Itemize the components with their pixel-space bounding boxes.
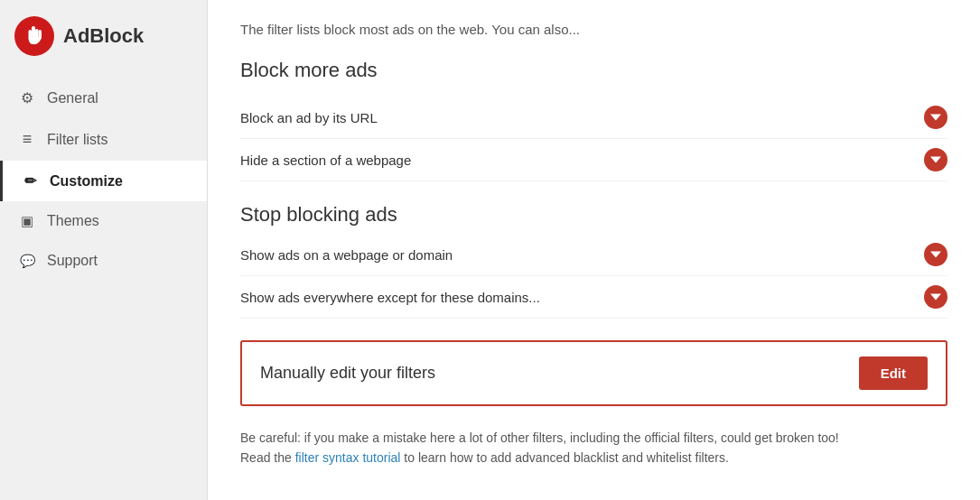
show-ads-except-row[interactable]: Show ads everywhere except for these dom… (240, 276, 947, 319)
block-url-chevron[interactable] (924, 106, 947, 129)
footer-suffix: to learn how to add advanced blacklist a… (400, 450, 728, 465)
sidebar-item-general-label: General (47, 90, 98, 106)
show-ads-domain-chevron[interactable] (924, 243, 947, 266)
edit-filters-box: Manually edit your filters Edit (240, 340, 947, 406)
list-icon: ≡ (18, 130, 36, 149)
filter-syntax-link[interactable]: filter syntax tutorial (295, 450, 401, 465)
chevron-down-icon (930, 292, 941, 302)
svg-rect-2 (35, 29, 39, 38)
sidebar-nav: ⚙ General ≡ Filter lists ✏ Customize ▣ T… (0, 78, 207, 281)
show-ads-except-chevron[interactable] (924, 285, 947, 309)
intro-text: The filter lists block most ads on the w… (240, 22, 947, 37)
chevron-down-icon (930, 154, 941, 165)
block-url-label: Block an ad by its URL (240, 110, 378, 125)
logo-area: AdBlock (0, 0, 207, 70)
svg-rect-1 (32, 26, 35, 38)
chevron-down-icon (930, 112, 941, 123)
stop-blocking-ads-title: Stop blocking ads (240, 203, 947, 227)
footer-text: Be careful: if you make a mistake here a… (240, 428, 947, 468)
main-content: The filter lists block most ads on the w… (208, 0, 980, 500)
pencil-icon: ✏ (21, 172, 39, 190)
sidebar-item-support-label: Support (47, 253, 98, 269)
sidebar-item-customize[interactable]: ✏ Customize (0, 161, 207, 201)
hide-section-chevron[interactable] (924, 148, 947, 171)
sidebar-item-filter-lists[interactable]: ≡ Filter lists (0, 118, 207, 161)
adblock-logo-icon (14, 16, 54, 56)
show-ads-domain-label: Show ads on a webpage or domain (240, 247, 453, 263)
edit-button[interactable]: Edit (859, 356, 928, 390)
footer-line2: Read the filter syntax tutorial to learn… (240, 448, 947, 468)
chevron-down-icon (930, 249, 941, 260)
edit-filters-label: Manually edit your filters (260, 364, 435, 383)
block-url-row[interactable]: Block an ad by its URL (240, 97, 947, 139)
hide-section-row[interactable]: Hide a section of a webpage (240, 139, 947, 181)
footer-prefix: Read the (240, 450, 295, 465)
sidebar-item-themes[interactable]: ▣ Themes (0, 201, 207, 241)
sidebar-item-customize-label: Customize (50, 173, 123, 190)
themes-icon: ▣ (18, 213, 36, 229)
block-more-ads-title: Block more ads (240, 59, 947, 82)
support-icon: 💬 (18, 254, 36, 268)
show-ads-domain-row[interactable]: Show ads on a webpage or domain (240, 234, 947, 276)
footer-line1: Be careful: if you make a mistake here a… (240, 428, 947, 448)
sidebar-item-filter-lists-label: Filter lists (47, 132, 108, 148)
svg-rect-4 (29, 30, 33, 38)
logo-text: AdBlock (63, 24, 144, 48)
gear-icon: ⚙ (18, 89, 36, 106)
svg-rect-5 (29, 37, 42, 39)
hide-section-label: Hide a section of a webpage (240, 153, 411, 168)
sidebar-item-themes-label: Themes (47, 213, 99, 229)
sidebar-item-general[interactable]: ⚙ General (0, 78, 207, 118)
sidebar: AdBlock ⚙ General ≡ Filter lists ✏ Custo… (0, 0, 208, 500)
show-ads-except-label: Show ads everywhere except for these dom… (240, 290, 540, 305)
svg-rect-3 (39, 30, 42, 38)
sidebar-item-support[interactable]: 💬 Support (0, 241, 207, 281)
